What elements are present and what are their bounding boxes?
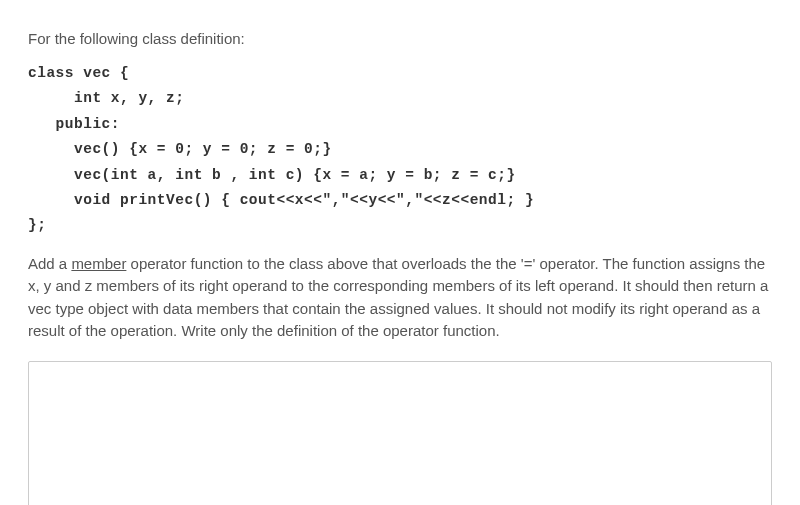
code-line-7: }; [28, 213, 772, 238]
instructions-prefix: Add a [28, 255, 71, 272]
code-line-3: public: [28, 112, 772, 137]
code-line-5: vec(int a, int b , int c) {x = a; y = b;… [28, 163, 772, 188]
intro-text: For the following class definition: [28, 30, 772, 47]
instructions-text: Add a member operator function to the cl… [28, 253, 772, 343]
code-line-4: vec() {x = 0; y = 0; z = 0;} [28, 137, 772, 162]
instructions-suffix: operator function to the class above tha… [28, 255, 768, 340]
answer-textarea[interactable] [28, 361, 772, 505]
code-block: class vec { int x, y, z; public: vec() {… [28, 61, 772, 239]
code-line-1: class vec { [28, 61, 772, 86]
code-line-6: void printVec() { cout<<x<<","<<y<<","<<… [28, 188, 772, 213]
code-line-2: int x, y, z; [28, 86, 772, 111]
instructions-emphasized: member [71, 255, 126, 272]
